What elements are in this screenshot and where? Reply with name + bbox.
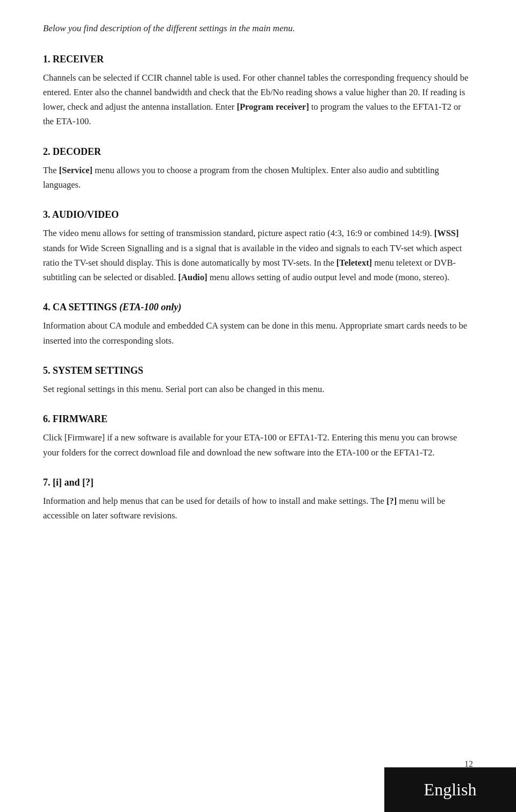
section-firmware: 6. FIRMWARE Click [Firmware] if a new so… [43, 412, 473, 460]
page-container: Below you find description of the differ… [0, 0, 516, 812]
section-title-decoder: 2. DECODER [43, 145, 473, 159]
section-decoder: 2. DECODER The [Service] menu allows you… [43, 145, 473, 193]
section-i-and-question: 7. [i] and [?] Information and help menu… [43, 476, 473, 523]
section-body-system-settings: Set regional settings in this menu. Seri… [43, 382, 473, 396]
section-system-settings: 5. SYSTEM SETTINGS Set regional settings… [43, 364, 473, 396]
section-ca-settings: 4. CA SETTINGS (ETA-100 only) Informatio… [43, 301, 473, 348]
section-body-receiver: Channels can be selected if CCIR channel… [43, 70, 473, 129]
section-body-decoder: The [Service] menu allows you to choose … [43, 163, 473, 192]
section-title-firmware: 6. FIRMWARE [43, 412, 473, 426]
section-audio-video: 3. AUDIO/VIDEO The video menu allows for… [43, 208, 473, 284]
section-title-audio-video: 3. AUDIO/VIDEO [43, 208, 473, 222]
language-badge: English [384, 767, 516, 812]
section-body-firmware: Click [Firmware] if a new software is av… [43, 430, 473, 459]
intro-text: Below you find description of the differ… [43, 22, 473, 35]
section-title-i-and-question: 7. [i] and [?] [43, 476, 473, 489]
section-receiver: 1. RECEIVER Channels can be selected if … [43, 53, 473, 129]
section-title-receiver: 1. RECEIVER [43, 53, 473, 66]
section-title-ca-settings: 4. CA SETTINGS (ETA-100 only) [43, 301, 473, 314]
language-label: English [424, 780, 477, 800]
section-body-ca-settings: Information about CA module and embedded… [43, 318, 473, 347]
section-title-system-settings: 5. SYSTEM SETTINGS [43, 364, 473, 377]
section-body-audio-video: The video menu allows for setting of tra… [43, 226, 473, 284]
section-body-i-and-question: Information and help menus that can be u… [43, 494, 473, 523]
